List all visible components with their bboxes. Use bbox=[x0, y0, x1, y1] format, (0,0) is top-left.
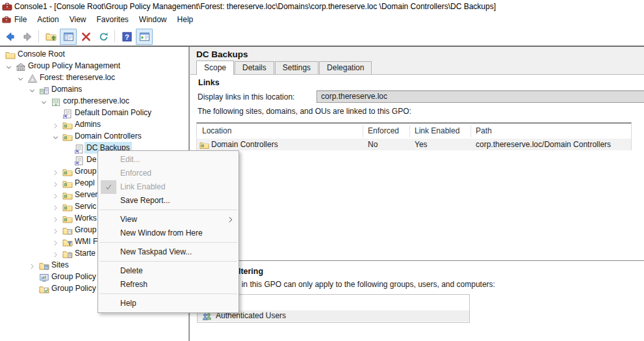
tree-item-domain-controllers[interactable]: Domain Controllers bbox=[0, 130, 188, 142]
context-menu-item-help[interactable]: Help bbox=[98, 297, 238, 310]
column-separator bbox=[409, 125, 410, 137]
context-menu-separator bbox=[99, 210, 237, 210]
folder-up-icon bbox=[45, 31, 57, 42]
tree-item-admins[interactable]: Admins bbox=[0, 118, 188, 130]
forward-button[interactable] bbox=[19, 29, 36, 45]
tab-details[interactable]: Details bbox=[235, 61, 274, 74]
forward-arrow-icon bbox=[22, 31, 33, 42]
context-menu-item-new-taskpad-view[interactable]: New Taskpad View... bbox=[98, 245, 238, 259]
security-filtering-description: The settings in this GPO can only apply … bbox=[197, 280, 495, 289]
window-title: Console1 - [Console Root\Group Policy Ma… bbox=[14, 0, 496, 13]
menu-action[interactable]: Action bbox=[32, 13, 64, 27]
forest-icon bbox=[27, 74, 38, 84]
ou-folder-icon bbox=[62, 202, 73, 213]
context-menu-separator bbox=[99, 242, 237, 243]
context-menu-item-save-report[interactable]: Save Report... bbox=[98, 194, 238, 208]
tree-item-label: Group bbox=[73, 224, 98, 236]
refresh-icon bbox=[98, 31, 109, 42]
svg-text:?: ? bbox=[125, 33, 129, 41]
tree-item-label: Group bbox=[73, 165, 98, 177]
tab-delegation[interactable]: Delegation bbox=[319, 61, 372, 74]
back-arrow-icon bbox=[5, 31, 16, 42]
console-window-icon bbox=[63, 31, 74, 42]
starter-folder-icon bbox=[62, 249, 73, 260]
context-menu-separator bbox=[99, 261, 237, 262]
tree-item-label: Group Policy bbox=[49, 282, 98, 294]
tree-item-label: Admins bbox=[73, 118, 103, 130]
links-table: LocationEnforcedLink EnabledPathDomain C… bbox=[196, 122, 632, 150]
tree-item-label: Peopl bbox=[73, 177, 97, 189]
up-one-level-button[interactable] bbox=[42, 29, 59, 45]
column-header-path[interactable]: Path bbox=[476, 124, 492, 139]
results-folder-icon bbox=[39, 284, 49, 295]
menu-file[interactable]: File bbox=[9, 13, 32, 27]
column-separator bbox=[363, 125, 363, 137]
ou-folder-icon bbox=[62, 191, 73, 201]
tree-item-label: WMI F bbox=[73, 236, 99, 247]
menu-view[interactable]: View bbox=[64, 13, 92, 27]
action-pane-button[interactable] bbox=[136, 29, 153, 45]
toolbar: ? bbox=[0, 27, 644, 46]
cell-enforced: No bbox=[368, 139, 378, 150]
tree-item-label: Starte bbox=[73, 247, 97, 259]
column-separator bbox=[470, 125, 471, 137]
tree-item-label: Server bbox=[73, 189, 99, 200]
help-button[interactable]: ? bbox=[118, 29, 135, 45]
toolbar-separator bbox=[38, 30, 39, 42]
context-menu-item-link-enabled: Link Enabled bbox=[98, 180, 238, 194]
menu-items: FileActionViewFavoritesWindowHelp bbox=[9, 13, 198, 27]
context-menu-item-view[interactable]: View bbox=[98, 213, 238, 226]
help-icon: ? bbox=[122, 31, 133, 42]
tree-item-label: Sites bbox=[49, 259, 71, 271]
ou-folder-icon bbox=[62, 120, 73, 131]
column-header-link-enabled[interactable]: Link Enabled bbox=[415, 124, 459, 139]
checked-indicator bbox=[101, 180, 116, 194]
wmi-folder-icon bbox=[62, 238, 73, 248]
context-menu-item-delete[interactable]: Delete bbox=[98, 264, 238, 278]
table-row[interactable]: Domain ControllersNoYescorp.thereserve.l… bbox=[197, 139, 631, 150]
context-menu-item-refresh[interactable]: Refresh bbox=[98, 278, 238, 292]
cell-link-enabled: Yes bbox=[415, 139, 428, 150]
refresh-button[interactable] bbox=[95, 29, 112, 45]
tree-item-default-domain-policy[interactable]: Default Domain Policy bbox=[0, 107, 188, 118]
menu-help[interactable]: Help bbox=[172, 13, 199, 27]
ou-folder-icon bbox=[200, 141, 209, 150]
cell-path: corp.thereserve.loc/Domain Controllers bbox=[476, 139, 611, 150]
cell-location: Domain Controllers bbox=[211, 139, 278, 150]
location-dropdown[interactable]: corp.thereserve.loc bbox=[316, 90, 644, 103]
tree-item-label: Forest: thereserve.loc bbox=[38, 72, 117, 83]
tree-item-corp-thereserve-loc[interactable]: corp.thereserve.loc bbox=[0, 95, 188, 107]
back-button[interactable] bbox=[1, 29, 18, 45]
links-section-heading: Links bbox=[198, 78, 220, 87]
users-icon bbox=[202, 312, 212, 321]
console-window-play-icon bbox=[139, 31, 150, 42]
context-menu-item-new-window-from-here[interactable]: New Window from Here bbox=[98, 226, 238, 240]
tree-item-label: corp.thereserve.loc bbox=[61, 95, 131, 107]
details-pane-header: DC Backups ScopeDetailsSettingsDelegatio… bbox=[190, 47, 644, 75]
column-header-location[interactable]: Location bbox=[202, 124, 231, 139]
gpo-folder-icon bbox=[62, 226, 73, 236]
tab-settings[interactable]: Settings bbox=[275, 61, 318, 74]
console-tree-toggle-button[interactable] bbox=[60, 29, 77, 45]
menu-window[interactable]: Window bbox=[134, 13, 172, 27]
gpo-icon bbox=[74, 156, 84, 166]
menu-favorites[interactable]: Favorites bbox=[92, 13, 134, 27]
links-table-intro: The following sites, domains, and OUs ar… bbox=[198, 107, 411, 116]
title-bar: Console1 - [Console Root\Group Policy Ma… bbox=[0, 0, 644, 13]
delete-button[interactable] bbox=[77, 29, 94, 45]
tab-scope[interactable]: Scope bbox=[196, 61, 234, 75]
ou-folder-icon bbox=[62, 167, 73, 178]
context-menu: Edit...EnforcedLink EnabledSave Report..… bbox=[97, 150, 239, 313]
tree-item-group-policy-management[interactable]: Group Policy Management bbox=[0, 60, 188, 72]
tree-item-label: Group Policy bbox=[49, 271, 98, 282]
tree-item-console-root[interactable]: Console Root bbox=[0, 48, 188, 60]
tree-item-domains[interactable]: Domains bbox=[0, 83, 188, 95]
tree-item-forest-thereserve-loc[interactable]: Forest: thereserve.loc bbox=[0, 72, 188, 83]
tree-item-label: Works bbox=[73, 212, 99, 224]
ou-folder-icon bbox=[62, 214, 73, 225]
tree-item-label: Domains bbox=[49, 83, 84, 95]
column-header-enforced[interactable]: Enforced bbox=[368, 124, 399, 139]
mmc-toolbox-icon bbox=[2, 1, 12, 12]
tree-item-label: Console Root bbox=[16, 48, 67, 60]
page-title: DC Backups bbox=[196, 49, 248, 59]
